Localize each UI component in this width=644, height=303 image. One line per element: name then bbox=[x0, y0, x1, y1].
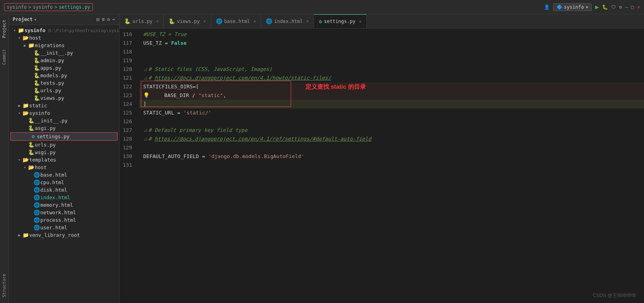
tree-label: disk.html bbox=[40, 187, 119, 193]
tree-item-tests[interactable]: 🐍 tests.py bbox=[9, 79, 119, 87]
code-text: USE_TZ = bbox=[143, 39, 171, 48]
code-editor[interactable]: 116 117 118 119 120 121 122 123 124 125 … bbox=[119, 29, 644, 303]
watermark: CSDN @王哗哗哗哗 bbox=[593, 291, 636, 300]
tree-item-wsgi[interactable]: 🐍 wsgi.py bbox=[9, 149, 119, 156]
code-line-125: STATIC_URL = 'static/' bbox=[139, 109, 644, 117]
line-num-117: 117 bbox=[119, 39, 135, 48]
tab-views[interactable]: 🐍 views.py ✕ bbox=[164, 14, 211, 29]
tree-item-host-tmpl[interactable]: ▾ 📂 host bbox=[9, 164, 119, 171]
run-button[interactable]: ▶ bbox=[595, 3, 599, 11]
tab-base-html[interactable]: 🌐 base.html ✕ bbox=[211, 14, 261, 29]
tree-item-index-html[interactable]: 🌐 index.html bbox=[9, 194, 119, 201]
html-icon: 🌐 bbox=[33, 225, 40, 231]
tree-item-venv[interactable]: ▶ 📁 venv_library_root bbox=[9, 231, 119, 239]
tree-item-disk-html[interactable]: 🌐 disk.html bbox=[9, 186, 119, 194]
line-num-131: 131 bbox=[119, 161, 135, 170]
tree-item-urls-host[interactable]: 🐍 urls.py bbox=[9, 87, 119, 94]
line-num-120: 120 bbox=[119, 65, 135, 74]
tree-item-init-host[interactable]: 🐍 __init__.py bbox=[9, 49, 119, 57]
tree-item-base-html[interactable]: 🌐 base.html bbox=[9, 171, 119, 179]
minimize-button[interactable]: — bbox=[625, 4, 628, 10]
py-icon: 🐍 bbox=[33, 80, 40, 86]
tab-close-icon[interactable]: ✕ bbox=[254, 19, 256, 24]
code-line-118 bbox=[139, 48, 644, 56]
debug-button[interactable]: 🐛 bbox=[602, 4, 608, 10]
tab-close-icon[interactable]: ✕ bbox=[203, 19, 206, 24]
code-text: # Static files (CSS, JavaScript, Images) bbox=[148, 65, 272, 74]
tree-item-user-html[interactable]: 🌐 user.html bbox=[9, 224, 119, 231]
close-panel-icon[interactable]: — bbox=[112, 17, 115, 22]
main-layout: Project Commit Structure Project ▾ ⊟ ≡ ⚙… bbox=[0, 14, 644, 303]
more-button[interactable]: ⚙ bbox=[619, 4, 622, 10]
tree-label: apps.py bbox=[40, 65, 119, 71]
tree-label-templates: templates bbox=[29, 157, 119, 163]
py-tab-icon: 🐍 bbox=[169, 18, 175, 24]
close-button[interactable]: ✕ bbox=[637, 4, 640, 10]
tab-settings[interactable]: ⚙ settings.py ✕ bbox=[314, 14, 367, 29]
tree-item-memory-html[interactable]: 🌐 memory.html bbox=[9, 201, 119, 209]
side-tab-project[interactable]: Project bbox=[1, 18, 8, 40]
folder-icon: 📁 bbox=[22, 103, 29, 109]
maximize-button[interactable]: □ bbox=[631, 4, 634, 10]
tree-item-init-sys[interactable]: 🐍 __init__.py bbox=[9, 117, 119, 124]
collapse-all-icon[interactable]: ⊟ bbox=[97, 17, 99, 22]
tree-item-sysinfo[interactable]: ▾ 📂 sysinfo bbox=[9, 109, 119, 117]
tree-item-process-html[interactable]: 🌐 process.html bbox=[9, 216, 119, 224]
py-icon: 🐍 bbox=[28, 125, 35, 131]
tab-close-icon[interactable]: ✕ bbox=[156, 19, 159, 24]
html-tab-icon: 🌐 bbox=[266, 18, 272, 24]
py-icon: 🐍 bbox=[33, 65, 40, 71]
side-tab-commit[interactable]: Commit bbox=[1, 48, 8, 67]
py-tab-icon: ⚙ bbox=[319, 19, 322, 25]
side-tab-structure[interactable]: Structure bbox=[1, 272, 8, 299]
tree-item-apps[interactable]: 🐍 apps.py bbox=[9, 64, 119, 72]
folder-icon: 📂 bbox=[28, 164, 35, 170]
py-icon: 🐍 bbox=[33, 50, 40, 56]
project-selector[interactable]: 🔷 sysinfo ▾ bbox=[553, 3, 592, 11]
tree-item-migrations[interactable]: ▶ 📁 migrations bbox=[9, 42, 119, 49]
py-icon: 🐍 bbox=[33, 57, 40, 63]
line-num-118: 118 bbox=[119, 48, 135, 56]
top-right-controls: 👤 🔷 sysinfo ▾ ▶ 🐛 🛡 ⚙ — □ ✕ bbox=[544, 3, 640, 11]
tree-label: memory.html bbox=[40, 202, 119, 208]
settings-icon[interactable]: ⚙ bbox=[107, 17, 110, 22]
tab-close-icon[interactable]: ✕ bbox=[359, 19, 362, 24]
tree-item-network-html[interactable]: 🌐 network.html bbox=[9, 209, 119, 216]
tree-item-admin[interactable]: 🐍 admin.py bbox=[9, 57, 119, 64]
root-label: sysinfo D:\File\pythonTraining\sysinfo bbox=[25, 27, 119, 33]
tab-index-html[interactable]: 🌐 index.html ✕ bbox=[261, 14, 314, 29]
tree-item-cpu-html[interactable]: 🌐 cpu.html bbox=[9, 179, 119, 186]
code-line-128: ⊿ # https://docs.djangoproject.com/en/4.… bbox=[139, 135, 644, 143]
tab-views-label: views.py bbox=[177, 19, 200, 24]
tree-item-templates[interactable]: ▾ 📂 templates bbox=[9, 156, 119, 164]
line-num-129: 129 bbox=[119, 143, 135, 152]
folder-icon: 📁 bbox=[17, 27, 25, 33]
line-num-124: 124 bbox=[119, 100, 135, 109]
tree-item-static[interactable]: ▶ 📁 static bbox=[9, 102, 119, 109]
py-icon: 🐍 bbox=[28, 149, 35, 155]
tree-root[interactable]: ▾ 📁 sysinfo D:\File\pythonTraining\sysin… bbox=[9, 27, 119, 34]
code-line-119 bbox=[139, 56, 644, 65]
tree-item-models[interactable]: 🐍 models.py bbox=[9, 72, 119, 79]
tab-close-icon[interactable]: ✕ bbox=[307, 19, 309, 24]
html-icon: 🌐 bbox=[33, 172, 40, 178]
line-num-125: 125 bbox=[119, 109, 135, 117]
tree-label: models.py bbox=[40, 72, 119, 78]
expand-icon[interactable]: ≡ bbox=[102, 17, 104, 22]
file-tree-header: Project ▾ ⊟ ≡ ⚙ — bbox=[9, 14, 119, 25]
line-num-126: 126 bbox=[119, 117, 135, 126]
tree-item-views[interactable]: 🐍 views.py bbox=[9, 94, 119, 102]
tree-item-asgi[interactable]: 🐍 asgi.py bbox=[9, 124, 119, 132]
collapse-icon: ⊿ bbox=[143, 126, 148, 135]
tree-label: network.html bbox=[40, 210, 119, 215]
tree-item-host[interactable]: ▾ 📂 host bbox=[9, 34, 119, 42]
tab-urls[interactable]: 🐍 urls.py ✕ bbox=[119, 14, 164, 29]
code-text: STATIC_URL = bbox=[143, 109, 184, 117]
line-num-121: 121 bbox=[119, 74, 135, 82]
bulb-icon: 💡 bbox=[143, 91, 150, 100]
expand-arrow[interactable]: ▾ bbox=[12, 28, 17, 32]
code-content[interactable]: #USE_TZ = True USE_TZ = False ⊿ # Static… bbox=[139, 29, 644, 303]
tree-item-urls-sys[interactable]: 🐍 urls.py bbox=[9, 141, 119, 149]
tree-item-settings[interactable]: ⚙ settings.py bbox=[10, 132, 117, 141]
coverage-button[interactable]: 🛡 bbox=[611, 4, 616, 10]
